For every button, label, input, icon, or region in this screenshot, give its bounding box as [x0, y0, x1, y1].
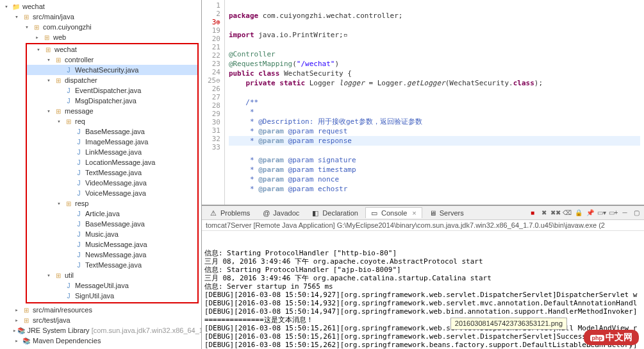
chevron-down-icon[interactable]: ▾	[13, 13, 21, 21]
package-icon: ⊞	[64, 117, 73, 126]
tab-javadoc[interactable]: @Javadoc	[257, 207, 305, 218]
source-folder-icon: ⊞	[22, 12, 31, 21]
java-file-icon: J	[74, 240, 83, 249]
chevron-down-icon[interactable]: ▾	[3, 3, 10, 10]
open-console-button[interactable]: ▭+	[608, 208, 618, 218]
java-file-icon: J	[64, 65, 73, 74]
package-icon: ⊞	[32, 22, 41, 31]
maven-deps[interactable]: ▸📚Maven Dependencies	[0, 336, 201, 346]
file-event-dispatcher[interactable]: JEventDispatcher.java	[27, 85, 197, 96]
java-file-icon: J	[74, 148, 83, 157]
pkg-com[interactable]: ▾ ⊞ com.cuiyongzhi	[0, 22, 201, 32]
problems-icon: ⚠	[210, 209, 218, 217]
file-wechat-security[interactable]: J WechatSecurity.java	[27, 65, 197, 75]
chevron-down-icon[interactable]: ▾	[45, 271, 53, 279]
java-file-icon: J	[64, 86, 73, 95]
tab-servers[interactable]: 🖥Servers	[424, 207, 470, 218]
code-editor[interactable]: 12 3⊕ 1920 2122 2324 25⊖ 2627 2829 3031 …	[202, 0, 644, 205]
package-icon: ⊞	[54, 271, 63, 280]
chevron-down-icon[interactable]: ▾	[23, 23, 31, 31]
pkg-message[interactable]: ▾⊞message	[27, 106, 197, 116]
file-image-message[interactable]: JImageMessage.java	[27, 137, 197, 147]
java-file-icon: J	[74, 250, 83, 259]
remove-all-button[interactable]: ✖✖	[550, 208, 561, 218]
console-title: tomcat7Server [Remote Java Application] …	[202, 220, 644, 231]
chevron-right-icon[interactable]: ▸	[13, 316, 21, 324]
chevron-down-icon[interactable]: ▾	[55, 200, 63, 207]
jre-library[interactable]: ▸📚JRE System Library [com.sun.java.jdk7.…	[0, 325, 201, 336]
image-tooltip: 201603081457423736353121.png	[450, 318, 567, 330]
pkg-dispatcher[interactable]: ▾ ⊞ dispatcher	[27, 75, 197, 85]
console-output[interactable]: 信息: Starting ProtocolHandler ["http-bio-…	[202, 231, 644, 349]
tab-problems[interactable]: ⚠Problems	[204, 207, 256, 218]
bottom-tabs: ⚠Problems @Javadoc ◧Declaration ▭Console…	[202, 206, 644, 220]
src-test-java[interactable]: ▸⊞src/test/java	[0, 315, 201, 325]
java-file-icon: J	[64, 281, 73, 290]
library-icon: 📚	[17, 326, 25, 335]
file-music[interactable]: JMusic.java	[27, 229, 197, 239]
pkg-wechat[interactable]: ▾ ⊞ wechat	[27, 44, 197, 55]
pkg-util[interactable]: ▾⊞util	[27, 270, 197, 280]
tab-declaration[interactable]: ◧Declaration	[306, 207, 364, 218]
minimize-icon[interactable]: ─	[620, 208, 630, 218]
java-file-icon: J	[74, 127, 83, 136]
source-folder-icon: ⊞	[22, 316, 31, 325]
file-voice-message[interactable]: JVoiceMessage.java	[27, 188, 197, 198]
pkg-web[interactable]: ▸ ⊞ web	[0, 32, 201, 42]
package-icon: ⊞	[44, 45, 53, 54]
chevron-down-icon[interactable]: ▾	[45, 76, 53, 84]
tab-console[interactable]: ▭Console×	[365, 207, 422, 218]
java-file-icon: J	[74, 260, 83, 269]
file-message-util[interactable]: JMessageUtil.java	[27, 280, 197, 291]
pin-console-button[interactable]: 📌	[585, 208, 595, 218]
file-article[interactable]: JArticle.java	[27, 209, 197, 219]
maximize-icon[interactable]: ▢	[631, 208, 641, 218]
file-location-message[interactable]: JLocationMessage.java	[27, 157, 197, 167]
pkg-req[interactable]: ▾⊞req	[27, 116, 197, 126]
folder-icon: 📁	[22, 346, 31, 349]
chevron-right-icon[interactable]: ▸	[13, 306, 21, 314]
collapse-marker-icon[interactable]: 25⊖	[203, 76, 220, 85]
package-icon: ⊞	[54, 76, 63, 85]
file-base-message-resp[interactable]: JBaseMessage.java	[27, 219, 197, 229]
file-text-message-resp[interactable]: JTextMessage.java	[27, 260, 197, 270]
chevron-down-icon[interactable]: ▾	[45, 56, 53, 64]
package-explorer[interactable]: ▾ 📁 wechat ▾ ⊞ src/main/java ▾ ⊞ com.cui…	[0, 0, 202, 349]
chevron-right-icon[interactable]: ▸	[13, 337, 21, 345]
chevron-down-icon[interactable]: ▾	[45, 107, 53, 115]
terminate-button[interactable]: ■	[527, 208, 538, 218]
project-node[interactable]: ▾ 📁 wechat	[0, 1, 201, 12]
package-icon: ⊞	[54, 106, 63, 115]
java-file-icon: J	[64, 96, 73, 105]
scroll-lock-button[interactable]: 🔒	[574, 208, 584, 218]
close-icon[interactable]: ×	[412, 209, 416, 217]
src-main-java[interactable]: ▾ ⊞ src/main/java	[0, 12, 201, 22]
file-video-message[interactable]: JVideoMessage.java	[27, 178, 197, 188]
file-base-message-req[interactable]: JBaseMessage.java	[27, 126, 197, 137]
package-icon: ⊞	[64, 199, 73, 208]
pkg-resp[interactable]: ▾⊞resp	[27, 198, 197, 209]
file-sign-util[interactable]: JSignUtil.java	[27, 291, 197, 301]
chevron-right-icon[interactable]: ▸	[33, 33, 41, 41]
chevron-down-icon[interactable]: ▾	[35, 46, 42, 53]
remove-launch-button[interactable]: ✖	[539, 208, 549, 218]
file-music-message[interactable]: JMusicMessage.java	[27, 239, 197, 250]
collapse-marker-icon[interactable]: 3⊕	[203, 18, 220, 26]
file-link-message[interactable]: JLinkMessage.java	[27, 147, 197, 157]
code-body[interactable]: package package com.cuiyongzhi.wechat.co…	[225, 0, 644, 205]
chevron-right-icon[interactable]: ▸	[13, 327, 16, 334]
src-main-resources[interactable]: ▸⊞src/main/resources	[0, 305, 201, 315]
library-icon: 📚	[22, 336, 31, 345]
file-msg-dispatcher[interactable]: JMsgDispatcher.java	[27, 96, 197, 106]
src-folder[interactable]: ▸📁src	[0, 346, 201, 349]
file-text-message-req[interactable]: JTextMessage.java	[27, 167, 197, 178]
pkg-controller[interactable]: ▾ ⊞ controller	[27, 55, 197, 65]
declaration-icon: ◧	[312, 209, 320, 217]
file-news-message[interactable]: JNewsMessage.java	[27, 250, 197, 260]
clear-console-button[interactable]: ⌫	[562, 208, 572, 218]
display-console-button[interactable]: ▭▾	[597, 208, 607, 218]
servers-icon: 🖥	[429, 209, 437, 217]
chevron-down-icon[interactable]: ▾	[55, 117, 63, 125]
java-file-icon: J	[74, 168, 83, 177]
console-icon: ▭	[371, 209, 379, 217]
